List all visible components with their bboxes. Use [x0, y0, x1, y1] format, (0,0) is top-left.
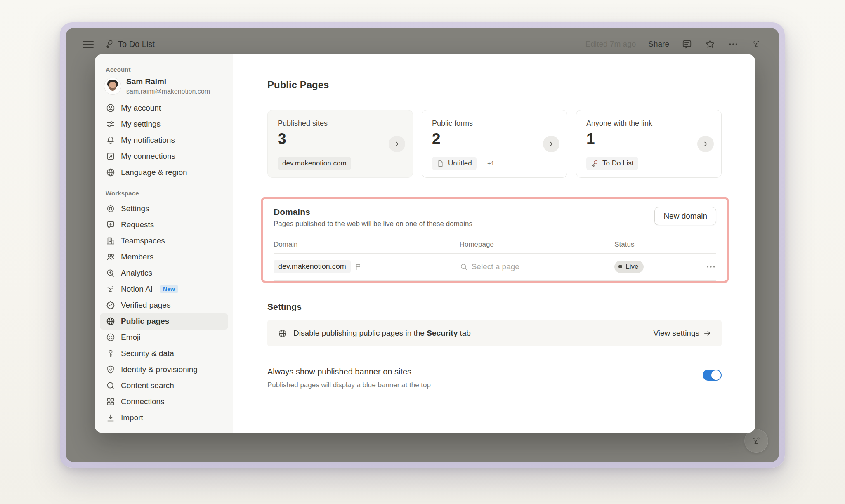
sidebar-item-teamspaces[interactable]: Teamspaces: [100, 233, 228, 249]
public-forms-count: 2: [432, 130, 557, 148]
account-section-label: Account: [106, 66, 233, 73]
sidebar-item-emoji[interactable]: Emoji: [100, 330, 228, 346]
settings-section-title: Settings: [267, 302, 722, 312]
chevron-right-icon[interactable]: [389, 136, 405, 152]
workspace-nav: Settings Requests Teamspaces Members Ana…: [95, 201, 233, 426]
published-banner-setting: Always show published banner on sites Pu…: [267, 367, 722, 389]
column-domain: Domain: [274, 240, 460, 249]
sidebar-item-import[interactable]: Import: [100, 410, 228, 426]
settings-sidebar: Account Sam Raimi sam.raimi@makenotion.c…: [95, 54, 233, 433]
notion-ai-icon[interactable]: [751, 39, 762, 49]
magnifier-plus-icon: [106, 268, 116, 278]
domains-section-highlighted: Domains Pages published to the web will …: [261, 197, 729, 283]
summary-cards: Published sites 3 dev.makenotion.com Pub…: [267, 110, 722, 178]
badminton-racket-icon: [104, 40, 114, 49]
search-icon: [460, 263, 468, 271]
verified-seal-icon: [106, 300, 116, 310]
domain-table-row: dev.makenotion.com Select a page Live: [274, 253, 716, 281]
published-banner-toggle[interactable]: [703, 370, 722, 381]
column-homepage: Homepage: [460, 240, 615, 249]
sidebar-item-my-connections[interactable]: My connections: [100, 148, 228, 165]
live-dot-icon: [618, 265, 622, 268]
magnifier-icon: [106, 381, 116, 391]
user-profile[interactable]: Sam Raimi sam.raimi@makenotion.com: [104, 77, 228, 95]
people-icon: [106, 252, 116, 262]
domains-title: Domains: [274, 207, 472, 217]
status-badge: Live: [614, 261, 644, 273]
untitled-page-chip[interactable]: Untitled: [432, 157, 477, 170]
sidebar-item-settings[interactable]: Settings: [100, 201, 228, 217]
sidebar-item-security-data[interactable]: Security & data: [100, 346, 228, 362]
settings-content: Public Pages Published sites 3 dev.maken…: [233, 54, 755, 433]
star-icon[interactable]: [705, 39, 715, 49]
sidebar-item-verified-pages[interactable]: Verified pages: [100, 297, 228, 313]
banner-text: Disable publishing public pages in the S…: [293, 329, 471, 338]
globe-icon: [278, 329, 287, 338]
view-settings-link[interactable]: View settings: [653, 329, 711, 338]
user-circle-icon: [106, 103, 116, 113]
user-name: Sam Raimi: [126, 77, 210, 87]
toggle-description: Published pages will display a blue bann…: [267, 381, 431, 389]
workspace-section-label: Workspace: [106, 190, 233, 197]
arrow-right-icon: [703, 329, 711, 337]
user-email: sam.raimi@makenotion.com: [126, 88, 210, 95]
gear-icon: [106, 204, 116, 214]
sidebar-item-notion-ai[interactable]: Notion AI New: [100, 281, 228, 297]
sidebar-item-my-notifications[interactable]: My notifications: [100, 132, 228, 148]
anyone-with-link-count: 1: [586, 130, 711, 148]
sidebar-item-analytics[interactable]: Analytics: [100, 265, 228, 281]
external-link-icon: [106, 151, 116, 161]
sidebar-item-public-pages[interactable]: Public pages: [100, 313, 228, 330]
public-forms-card[interactable]: Public forms 2 Untitled +1: [422, 110, 567, 178]
sidebar-toggle-icon[interactable]: [83, 41, 94, 48]
toggle-title: Always show published banner on sites: [267, 367, 431, 377]
page-title: Public Pages: [267, 79, 722, 91]
domains-subtitle: Pages published to the web will be live …: [274, 220, 472, 228]
more-icon[interactable]: [728, 39, 739, 49]
row-more-icon[interactable]: [706, 261, 716, 272]
key-icon: [106, 349, 116, 358]
sidebar-item-content-search[interactable]: Content search: [100, 378, 228, 394]
document-icon: [437, 160, 444, 167]
bell-icon: [106, 135, 116, 145]
sidebar-item-my-account[interactable]: My account: [100, 100, 228, 116]
new-badge: New: [160, 285, 178, 293]
domain-chip[interactable]: dev.makenotion.com: [278, 157, 351, 170]
sidebar-item-connections[interactable]: Connections: [100, 394, 228, 410]
domain-name-chip[interactable]: dev.makenotion.com: [274, 260, 351, 273]
flag-icon[interactable]: [354, 263, 362, 271]
sliders-icon: [106, 119, 116, 129]
chevron-right-icon[interactable]: [543, 136, 559, 152]
sidebar-item-members[interactable]: Members: [100, 249, 228, 265]
sidebar-item-requests[interactable]: Requests: [100, 217, 228, 233]
to-do-list-chip[interactable]: To Do List: [586, 157, 638, 170]
settings-modal: Account Sam Raimi sam.raimi@makenotion.c…: [95, 54, 755, 433]
homepage-placeholder: Select a page: [472, 262, 519, 271]
security-settings-banner[interactable]: Disable publishing public pages in the S…: [267, 320, 722, 346]
app-window: To Do List Edited 7m ago Share: [60, 22, 785, 468]
breadcrumb[interactable]: To Do List: [104, 40, 155, 49]
anyone-with-link-card[interactable]: Anyone with the link 1 To Do List: [576, 110, 722, 178]
comment-icon[interactable]: [682, 39, 692, 49]
homepage-select[interactable]: Select a page: [460, 262, 615, 271]
sidebar-item-language-region[interactable]: Language & region: [100, 165, 228, 181]
sidebar-item-my-settings[interactable]: My settings: [100, 116, 228, 132]
shield-check-icon: [106, 365, 116, 374]
domains-table-header: Domain Homepage Status: [274, 236, 716, 253]
notion-ai-icon: [106, 284, 116, 294]
new-domain-button[interactable]: New domain: [654, 207, 716, 225]
column-status: Status: [614, 240, 716, 249]
globe-icon: [106, 167, 116, 177]
more-pages-count: +1: [487, 160, 494, 167]
avatar: [104, 78, 121, 94]
request-bubble-icon: [106, 220, 116, 230]
share-button[interactable]: Share: [648, 40, 669, 49]
import-icon: [106, 413, 116, 423]
published-sites-count: 3: [278, 130, 403, 148]
smiley-icon: [106, 332, 116, 342]
chevron-right-icon[interactable]: [697, 136, 714, 152]
sidebar-item-identity-provisioning[interactable]: Identity & provisioning: [100, 362, 228, 378]
grid-icon: [106, 397, 116, 407]
edited-timestamp: Edited 7m ago: [585, 40, 636, 49]
published-sites-card[interactable]: Published sites 3 dev.makenotion.com: [267, 110, 413, 178]
